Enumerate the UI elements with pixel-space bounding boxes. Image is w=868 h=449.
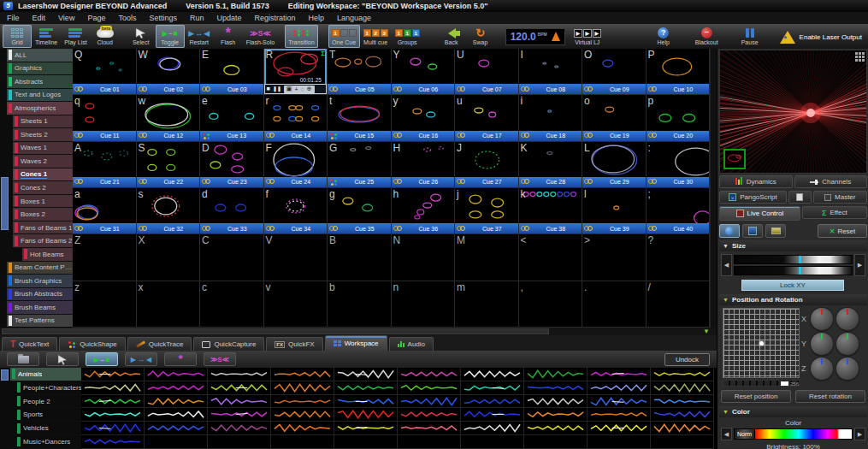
cue-name-bar[interactable]: Cue 13 (200, 131, 263, 141)
workspace-category-animals[interactable]: Animals (10, 368, 81, 381)
toolbar-pause-button[interactable]: Pause (735, 25, 765, 48)
cue-cell-cue-04[interactable]: RΣ00:01.25■❚❚▣+◌⊕ (264, 49, 328, 95)
sidebar-item-atmospherics[interactable]: Atmospherics (7, 102, 73, 115)
workspace-category-sports[interactable]: Sports (10, 408, 81, 422)
cue-cell-cue-05[interactable]: TCue 05 (328, 49, 392, 95)
thumbnail-cell[interactable] (651, 381, 714, 395)
thumbnail-cell[interactable] (81, 395, 145, 409)
thumbnail-cell[interactable] (81, 422, 145, 435)
thumbnail-cell[interactable] (208, 381, 271, 395)
tab-live-control[interactable]: Live Control (719, 206, 800, 221)
thumbnail-cell[interactable] (461, 381, 524, 395)
toolbar-swap-button[interactable]: ↻Swap (466, 25, 495, 48)
toolbar-back-button[interactable]: Back (437, 25, 466, 48)
cue-cell-key-m[interactable]: M (455, 234, 519, 281)
thumbnail-cell[interactable] (651, 368, 714, 381)
sidebar-item-fans-of-beams-1[interactable]: Fans of Beams 1 (13, 222, 73, 235)
color-section-header[interactable]: ▼ Color (719, 406, 867, 417)
cue-cell-cue-34[interactable]: fCue 34 (264, 188, 328, 234)
cue-cell-cue-10[interactable]: PCue 10 (647, 49, 711, 95)
tab-master[interactable]: Master (813, 191, 868, 204)
cue-name-bar[interactable]: Cue 25 (328, 177, 391, 187)
cue-cell-key-b[interactable]: B (328, 234, 392, 281)
cue-cell-key-n[interactable]: N (392, 234, 456, 281)
cue-name-bar[interactable]: Cue 40 (647, 223, 710, 233)
cue-cell-cue-26[interactable]: HCue 26 (392, 142, 456, 188)
move-button[interactable]: + (294, 86, 298, 92)
thumbnail-cell[interactable] (334, 435, 398, 449)
cue-name-bar[interactable]: Cue 03 (200, 84, 263, 94)
cue-cell-key-m[interactable]: m (455, 281, 519, 328)
reset-position-button[interactable]: Reset position (721, 390, 791, 403)
thumbnail-cell[interactable] (334, 422, 398, 435)
toolbar-cloud-button[interactable]: betaCloud (91, 25, 120, 48)
cue-cell-key--[interactable]: ? (647, 234, 711, 281)
cue-cell-cue-25[interactable]: GCue 25 (328, 142, 392, 188)
sidebar-item-abstracts[interactable]: Abstracts (7, 75, 73, 89)
rotate-button[interactable]: ◌ (301, 86, 304, 92)
thumbnail-cell[interactable] (651, 435, 714, 449)
size-increase-button[interactable]: ▶ (854, 254, 865, 276)
cue-cell-cue-36[interactable]: hCue 36 (392, 188, 456, 234)
thumbnail-cell[interactable] (208, 435, 271, 449)
cue-cell-key--[interactable]: < (519, 234, 583, 281)
y-rotation-knob[interactable] (836, 333, 859, 355)
workspace-category-people-2[interactable]: People 2 (10, 395, 81, 409)
sidebar-item-boxes-1[interactable]: Boxes 1 (13, 195, 73, 209)
menu-tools[interactable]: Tools (118, 14, 136, 22)
cue-cell-key--[interactable]: > (582, 234, 647, 281)
cue-cell-cue-35[interactable]: gCue 35 (328, 188, 392, 234)
thumbnail-cell[interactable] (524, 381, 588, 395)
toolbar-groups-button[interactable]: 111Groups (392, 25, 423, 48)
menu-language[interactable]: Language (337, 14, 371, 22)
thumbnail-cell[interactable] (651, 422, 714, 435)
thumbnail-cell[interactable] (271, 435, 334, 449)
preview-grid-icon[interactable] (855, 52, 865, 62)
cue-name-bar[interactable]: Cue 33 (200, 223, 263, 233)
cue-cell-cue-14[interactable]: rCue 14 (264, 95, 328, 141)
cue-cell-cue-16[interactable]: yCue 16 (392, 95, 456, 141)
menu-settings[interactable]: Settings (149, 14, 177, 22)
cue-name-bar[interactable]: Cue 26 (392, 177, 455, 187)
sidebar-item-hot-beams[interactable]: Hot Beams (22, 248, 73, 262)
projection-zone-button[interactable] (719, 224, 740, 238)
thumbnail-cell[interactable] (588, 422, 651, 435)
thumbnail-cell[interactable] (588, 381, 651, 395)
cue-name-bar[interactable]: Cue 18 (519, 131, 582, 141)
toolbar-select-button[interactable]: Select (127, 25, 156, 48)
cue-cell-cue-06[interactable]: YCue 06 (392, 49, 456, 95)
cue-cell-cue-31[interactable]: aCue 31 (73, 188, 137, 234)
cue-cell-cue-29[interactable]: LCue 29 (582, 142, 647, 188)
thumbnail-cell[interactable] (145, 381, 208, 395)
thumbnail-cell[interactable] (145, 395, 208, 409)
toolbar-flash-button[interactable]: *Flash (214, 25, 243, 48)
color-mode-chip[interactable]: Norm (735, 429, 755, 439)
sidebar-item-waves-2[interactable]: Waves 2 (13, 155, 73, 168)
menu-edit[interactable]: Edit (32, 14, 46, 22)
cue-name-bar[interactable]: Cue 24 (264, 177, 328, 187)
toolbar-restart-button[interactable]: ▶↔◀Restart (185, 25, 214, 48)
cue-name-bar[interactable]: Cue 27 (455, 177, 518, 187)
workspace-scrollbar-thumb[interactable] (1, 369, 9, 381)
thumbnail-cell[interactable] (588, 408, 651, 422)
thumbnail-cell[interactable] (334, 368, 398, 381)
sidebar-item-sheets-2[interactable]: Sheets 2 (13, 128, 73, 142)
zone-group-button[interactable] (765, 224, 786, 238)
cue-name-bar[interactable]: Cue 34 (264, 223, 328, 233)
color-next-button[interactable]: ▶ (854, 428, 865, 440)
cue-cell-key-v[interactable]: V (264, 234, 328, 281)
thumbnail-cell[interactable] (461, 395, 524, 409)
frame-button[interactable]: ▣ (286, 86, 292, 92)
sidebar-item-cones-2[interactable]: Cones 2 (13, 181, 73, 195)
thumbnail-cell[interactable] (334, 408, 398, 422)
thumbnail-cell[interactable] (524, 395, 588, 409)
x-position-knob[interactable] (811, 308, 833, 330)
color-track[interactable]: Norm (734, 428, 853, 440)
toolbar-flash-solo-button[interactable]: ≫S≪Flash-Solo (243, 25, 278, 48)
menu-update[interactable]: Update (216, 14, 241, 22)
position-range-strip[interactable]: 256 (723, 380, 800, 387)
sidebar-scrollbar-thumb[interactable] (1, 177, 9, 230)
z-rotation-knob[interactable] (836, 357, 859, 380)
thumbnail-cell[interactable] (524, 408, 588, 422)
cue-name-bar[interactable]: Cue 22 (137, 177, 200, 187)
